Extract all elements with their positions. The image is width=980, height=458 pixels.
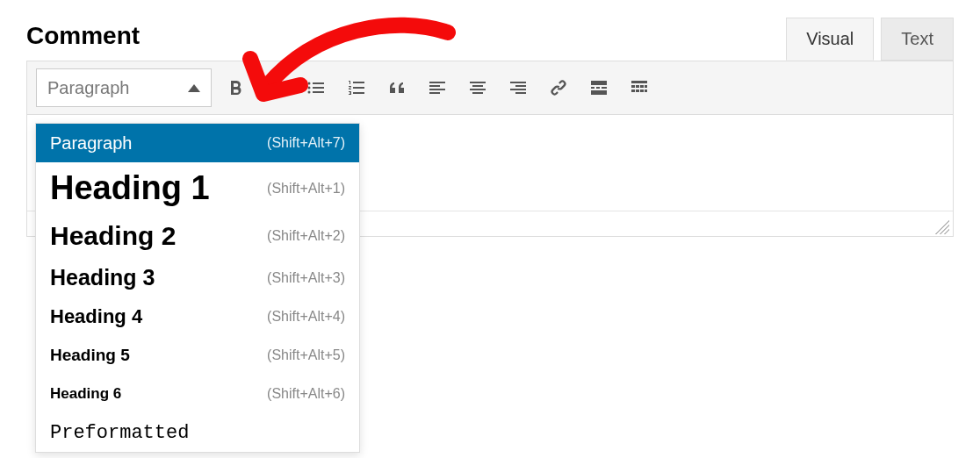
- toolbar-toggle-button[interactable]: [623, 71, 656, 104]
- tab-visual[interactable]: Visual: [786, 18, 874, 61]
- format-option-paragraph[interactable]: Paragraph(Shift+Alt+7): [36, 124, 359, 162]
- italic-button[interactable]: [259, 71, 292, 104]
- align-center-icon: [467, 77, 488, 98]
- format-option-label: Heading 1: [50, 169, 210, 207]
- format-option-shortcut: (Shift+Alt+2): [267, 228, 345, 244]
- format-dropdown-panel: Paragraph(Shift+Alt+7)Heading 1(Shift+Al…: [35, 123, 360, 453]
- format-option-label: Heading 5: [50, 346, 130, 365]
- align-right-button[interactable]: [501, 71, 535, 104]
- format-option-heading-3[interactable]: Heading 3(Shift+Alt+3): [36, 258, 359, 297]
- page-title: Comment: [26, 22, 140, 61]
- bullet-list-button[interactable]: [299, 71, 333, 104]
- format-option-shortcut: (Shift+Alt+3): [267, 270, 345, 286]
- blockquote-icon: [386, 77, 407, 98]
- read-more-button[interactable]: [582, 71, 616, 104]
- align-left-icon: [427, 77, 448, 98]
- format-option-heading-4[interactable]: Heading 4(Shift+Alt+4): [36, 297, 359, 336]
- align-left-button[interactable]: [421, 71, 454, 104]
- format-option-preformatted[interactable]: Preformatted: [36, 413, 359, 452]
- tab-text[interactable]: Text: [881, 18, 954, 61]
- numbered-list-button[interactable]: [340, 71, 373, 104]
- format-option-heading-6[interactable]: Heading 6(Shift+Alt+6): [36, 375, 359, 413]
- format-dropdown-toggle[interactable]: Paragraph: [36, 68, 212, 107]
- bold-icon: [225, 77, 246, 98]
- align-right-icon: [508, 77, 529, 98]
- format-option-shortcut: (Shift+Alt+4): [267, 309, 345, 325]
- chevron-up-icon: [188, 84, 200, 92]
- numbered-list-icon: [346, 77, 367, 98]
- align-center-button[interactable]: [461, 71, 494, 104]
- blockquote-button[interactable]: [380, 71, 414, 104]
- insert-link-button[interactable]: [542, 71, 575, 104]
- format-option-shortcut: (Shift+Alt+5): [267, 347, 345, 363]
- italic-icon: [265, 77, 286, 98]
- bullet-list-icon: [306, 77, 327, 98]
- bold-button[interactable]: [219, 71, 252, 104]
- format-option-label: Heading 2: [50, 221, 176, 251]
- format-option-label: Preformatted: [50, 422, 189, 444]
- link-icon: [548, 77, 569, 98]
- format-option-label: Heading 4: [50, 305, 142, 328]
- format-option-label: Heading 3: [50, 265, 155, 290]
- format-option-shortcut: (Shift+Alt+1): [267, 181, 345, 197]
- resize-handle-icon[interactable]: [935, 220, 949, 234]
- format-option-label: Paragraph: [50, 133, 132, 154]
- format-option-heading-5[interactable]: Heading 5(Shift+Alt+5): [36, 336, 359, 375]
- format-option-heading-2[interactable]: Heading 2(Shift+Alt+2): [36, 214, 359, 258]
- editor-toolbar: Paragraph: [27, 61, 953, 115]
- editor-mode-tabs: Visual Text: [786, 18, 954, 61]
- format-option-label: Heading 6: [50, 385, 121, 403]
- format-option-heading-1[interactable]: Heading 1(Shift+Alt+1): [36, 162, 359, 214]
- format-dropdown-label: Paragraph: [47, 78, 129, 98]
- format-option-shortcut: (Shift+Alt+7): [267, 135, 345, 151]
- toolbar-toggle-icon: [629, 77, 650, 98]
- read-more-icon: [588, 77, 609, 98]
- format-option-shortcut: (Shift+Alt+6): [267, 386, 345, 402]
